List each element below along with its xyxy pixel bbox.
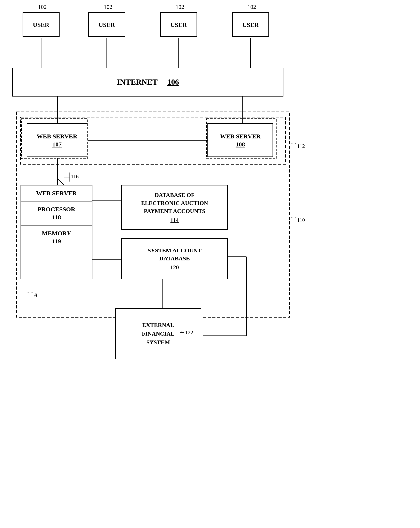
db-system-label: SYSTEM ACCOUNTDATABASE (148, 246, 202, 263)
db-system-box: SYSTEM ACCOUNTDATABASE 120 (121, 238, 228, 279)
processor-label: PROCESSOR (37, 206, 75, 213)
ref-116-label: 116 (71, 174, 79, 180)
db-auction-box: DATABASE OFELECTRONIC AUCTIONPAYMENT ACC… (121, 185, 228, 230)
webserver107-label: WEB SERVER (36, 132, 77, 140)
db-auction-ref: 114 (170, 216, 179, 224)
ref-102-2: 102 (104, 4, 112, 10)
webserver-108-box: WEB SERVER 108 (207, 123, 273, 157)
ref-110-label: ⌒ 110 (289, 216, 305, 224)
processor-ref: 118 (52, 214, 61, 221)
db-auction-label: DATABASE OFELECTRONIC AUCTIONPAYMENT ACC… (141, 191, 208, 215)
db-system-ref: 120 (170, 264, 179, 271)
memory-ref: 119 (52, 238, 61, 245)
user-box-1: USER (23, 12, 60, 37)
user2-label: USER (99, 21, 115, 29)
user-box-2: USER (88, 12, 125, 37)
webserver107-ref: 107 (52, 140, 62, 148)
user1-label: USER (33, 21, 49, 29)
webserver-107-box: WEB SERVER 107 (27, 123, 87, 157)
ref-102-4: 102 (248, 4, 256, 10)
webserver108-label: WEB SERVER (220, 132, 261, 140)
server-cluster-box: WEB SERVER PROCESSOR 118 MEMORY 119 (21, 185, 92, 279)
user-box-4: USER (232, 12, 269, 37)
ref-112-label: ⌒ 112 (289, 142, 305, 150)
webserver108-ref: 108 (236, 140, 245, 148)
memory-label: MEMORY (42, 230, 71, 237)
label-a: ⌒ A (26, 291, 37, 300)
ext-financial-label: EXTERNALFINANCIALSYSTEM (142, 321, 175, 347)
main-webserver-label: WEB SERVER (36, 190, 77, 197)
internet-box: INTERNET 106 (12, 68, 283, 96)
ref-102-1: 102 (38, 4, 47, 10)
internet-label: INTERNET 106 (117, 77, 179, 87)
user3-label: USER (170, 21, 187, 29)
user-box-3: USER (160, 12, 197, 37)
ref-122-label: ∸ 122 (179, 329, 193, 336)
diagram: USER 102 USER 102 USER 102 USER 102 INTE… (0, 0, 420, 528)
ref-102-3: 102 (176, 4, 184, 10)
user4-label: USER (242, 21, 259, 29)
